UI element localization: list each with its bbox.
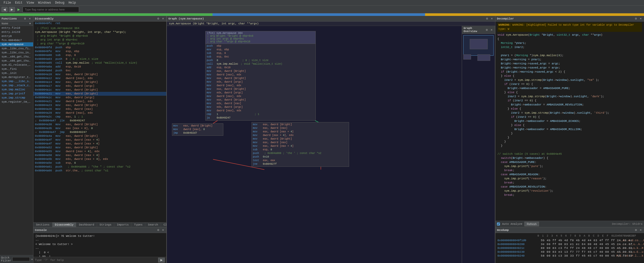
quick-filter-input[interactable]	[12, 257, 30, 261]
decompiler-engine-label: Decompiler: Ghidra	[612, 222, 642, 226]
menu-edit[interactable]: Edit	[13, 1, 25, 5]
search-input[interactable]	[23, 7, 79, 12]
disasm-line: 0x080049fd push ebp	[33, 46, 166, 50]
func-item-init[interactable]: sym._init	[0, 71, 33, 75]
hex-row-2: 0x00000008849200 3e 00 ff 00 83 e1 ec 64…	[497, 242, 642, 246]
func-item-entry0[interactable]: entry0	[0, 34, 33, 38]
decompiler-controls: ⚙ ✕	[634, 17, 642, 20]
func-item-fini[interactable]: sym._fini	[0, 67, 33, 71]
functions-sort-icon[interactable]: ▼	[28, 22, 32, 25]
func-item-printf[interactable]: sym.imp.printf	[0, 92, 33, 96]
disasm-close-btn[interactable]: ✕	[161, 17, 165, 20]
dc-line: void sym.Aeropause(Bright *Bright, uint3…	[497, 33, 642, 37]
menu-help[interactable]: Help	[66, 1, 78, 5]
disasm-line: 0x08004a61 push ; 0x804a008 ; "the " ; c…	[33, 165, 166, 169]
func-item-malloc[interactable]: sym.imp.malloc	[0, 87, 33, 92]
functions-config-btn[interactable]: ⚙	[23, 17, 27, 20]
tab-classes[interactable]: Classes	[161, 222, 167, 227]
menu-windows[interactable]: Windows	[36, 1, 53, 5]
graph-config-btn[interactable]: ⚙	[485, 17, 489, 20]
disasm-line: 0x08004a3b mov eax [eax + 8], 0	[33, 126, 166, 130]
console-send-btn[interactable]: ▶	[158, 258, 165, 262]
func-item-register-tm[interactable]: sym.register_tm_clones	[0, 100, 33, 104]
disasm-config-btn[interactable]: ⚙	[156, 17, 160, 20]
disasm-line: 0x08004a1c mov eax, dword [Bright]	[33, 88, 166, 92]
dc-line: }	[497, 144, 642, 148]
graph-close-btn[interactable]: ✕	[490, 17, 494, 20]
disasm-line: ↓ 0x08004a47 jle 0x8049247	[33, 119, 166, 123]
functions-close-btn[interactable]: ✕	[28, 17, 32, 20]
func-item-aeropause[interactable]: sym.Aeropause	[0, 42, 33, 46]
func-item-strcmp[interactable]: sym.imp.strcmp	[0, 96, 33, 100]
func-item-x86-thunk-bx[interactable]: sym._x86_get_thunk.bx	[0, 59, 33, 63]
dc-comment-switch: // switch table (5 cases) at 0x8804a45	[497, 152, 642, 156]
dc-line: iVar2 = sym.imp.strcmp(Bright->window).s…	[497, 94, 642, 99]
forward-button[interactable]: ▶	[9, 7, 15, 12]
disasm-line: 0x08004a4a mov eax, dword [Bright]	[33, 134, 166, 138]
graph-overview-canvas[interactable]	[462, 34, 495, 263]
func-item-entry-init0[interactable]: entry.init0	[0, 30, 33, 34]
decompiler-config-btn[interactable]: ⚙	[634, 17, 638, 20]
disasm-line: 0x08004a21 mov dword [eax], edx	[33, 100, 166, 103]
progress-seg-blue	[213, 13, 425, 16]
graph-canvas[interactable]: (fcn) sym.Aeropause 364 ; arg Bright *Br…	[167, 26, 462, 263]
hexdump-panel: Hexdump ⚙ ✕ 0 1 2 3 4 5 6 7 8 9 A B C D …	[495, 227, 644, 263]
func-item-libc-csu-init[interactable]: sym._libc_csu_init	[0, 51, 33, 55]
tab-search[interactable]: Search	[145, 222, 161, 227]
func-item-x86-thunk-bp[interactable]: sym._x86_get_thunk.bp	[0, 55, 33, 59]
dc-line	[497, 148, 642, 152]
quick-filter-clear[interactable]: ✕	[31, 258, 33, 261]
tab-dashboard[interactable]: Dashboard	[76, 222, 97, 227]
func-item-stack-chk-fail[interactable]: sym.imp._stack_chk_fail	[0, 83, 33, 87]
refresh-button[interactable]: Refresh	[524, 222, 539, 226]
dc-line: case AMBASSADOR_REASON:	[497, 172, 642, 177]
menu-view[interactable]: View	[25, 1, 36, 5]
console-config-btn[interactable]: ⚙	[156, 229, 160, 231]
graph-overview-title: Graph Overview	[464, 27, 485, 33]
graph-panel-title: Graph (sym:Aeropause)	[168, 17, 204, 20]
graph-overview-config-btn[interactable]: ⚙	[485, 28, 489, 31]
tab-imports[interactable]: Imports	[114, 222, 131, 227]
disasm-line: 0x08004a03 push 8 ; 8 ; size_t size	[33, 57, 166, 61]
graph-overview-node1	[470, 39, 488, 49]
tab-disassembly[interactable]: Disassembly	[52, 222, 76, 227]
console-close-btn[interactable]: ✕	[161, 229, 165, 231]
hexdump-close-btn[interactable]: ✕	[639, 229, 642, 231]
dc-line: break;	[497, 168, 642, 172]
tab-sections[interactable]: Sections	[33, 222, 52, 227]
dc-line: } else {	[497, 90, 642, 94]
console-panel-title: Console	[35, 229, 47, 232]
graph-overview-close-btn[interactable]: ✕	[490, 28, 493, 31]
func-item-fcn[interactable]: fcn.0804b0c7	[0, 38, 33, 42]
func-item-libc-csu-fini[interactable]: sym._libc_csu_fini	[0, 46, 33, 51]
decompiler-close-btn[interactable]: ✕	[639, 17, 642, 20]
back-button[interactable]: ◀	[2, 7, 7, 12]
menu-debug[interactable]: Debug	[53, 1, 66, 5]
disasm-line: 0x08004a55 mov dword [eax + 4], edx	[33, 150, 166, 153]
play-button[interactable]: ▶	[16, 6, 21, 13]
func-item-deregister[interactable]: sym.deregister_tm_clones	[0, 75, 33, 79]
functions-panel-controls: ⚙ ✕	[23, 17, 32, 20]
hexdump-content[interactable]: 0 1 2 3 4 5 6 7 8 9 A B C D E F 01234567…	[495, 233, 644, 263]
disasm-controls: ⚙ ✕	[156, 17, 165, 20]
func-item-dl-relocate[interactable]: sym.dl_relocate_static_pie	[0, 63, 33, 67]
graph-overview-node2	[463, 54, 471, 60]
decompiler-content[interactable]: WARNING: WARNING: [Highlighted] Failed t…	[495, 22, 644, 221]
func-item-entry-fini0[interactable]: entry.fini0	[0, 26, 33, 30]
hex-header: 0 1 2 3 4 5 6 7 8 9 A B C D E F 01234567…	[497, 234, 642, 238]
disasm-content[interactable]: 0x080049fc ret ; (fcn) sym.Aeropause 364…	[33, 22, 166, 222]
console-content[interactable]: [0x08804924c]> 7E Welcom to Cutter! -- <…	[33, 233, 166, 257]
dc-line: Bright->ambassador = AMBASSADOR_MILLION;	[497, 127, 642, 131]
auto-analyze-checkbox[interactable]	[497, 222, 500, 226]
functions-header-row: Name ▼	[0, 22, 33, 26]
disasm-line: 0x08004a4f mov eax, dword [eax + 4]	[33, 138, 166, 142]
func-item-libc-start-main[interactable]: sym.imp.__libc_start_main	[0, 79, 33, 83]
menu-file[interactable]: File	[2, 1, 13, 5]
tab-strings[interactable]: Strings	[97, 222, 114, 227]
disasm-line: 0x08004a0a add esp, 0x10	[33, 65, 166, 69]
hexdump-config-btn[interactable]: ⚙	[634, 229, 638, 231]
graph-area: (fcn) sym.Aeropause 364 ; arg Bright *Br…	[167, 26, 495, 263]
tab-types[interactable]: Types	[131, 222, 145, 227]
console-input[interactable]	[35, 258, 157, 262]
decompiler-warning: WARNING: WARNING: [Highlighted] Failed t…	[497, 23, 642, 32]
